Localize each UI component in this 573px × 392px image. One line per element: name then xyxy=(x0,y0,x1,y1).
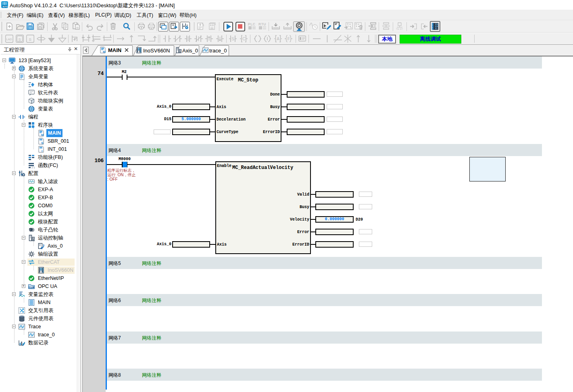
svg-text:PLC: PLC xyxy=(248,22,256,26)
svg-text:S: S xyxy=(19,37,21,42)
svg-text:A: A xyxy=(277,37,279,41)
svg-text:S: S xyxy=(29,37,31,42)
svg-text:AUTO: AUTO xyxy=(2,6,8,8)
svg-text:S: S xyxy=(231,37,234,41)
svg-text:F: F xyxy=(288,37,290,41)
svg-text:LAD: LAD xyxy=(6,38,12,41)
svg-text:TE ST: TE ST xyxy=(396,28,403,30)
svg-text:RTU: RTU xyxy=(258,22,266,26)
svg-text:C: C xyxy=(242,37,245,41)
